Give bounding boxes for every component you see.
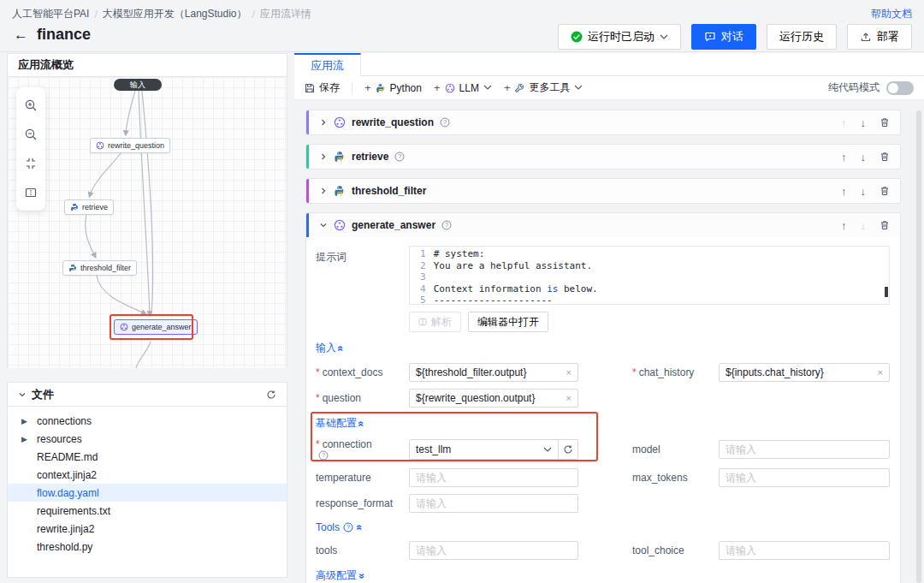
minimap-toggle-icon[interactable] bbox=[16, 178, 45, 207]
chevron-right-icon[interactable] bbox=[319, 187, 328, 195]
vertical-scrollbar[interactable] bbox=[916, 110, 921, 583]
flow-node-threshold-filter[interactable]: threshold_filter bbox=[62, 260, 137, 276]
section-advanced-header[interactable]: 高级配置« bbox=[316, 568, 890, 583]
flow-node-rewrite-question[interactable]: rewrite_question bbox=[90, 138, 170, 153]
move-down-icon[interactable]: ↓ bbox=[861, 151, 867, 164]
toggle-knob bbox=[888, 83, 898, 93]
question-circle-icon[interactable]: ? bbox=[440, 117, 450, 128]
tool-choice-input[interactable] bbox=[719, 541, 890, 560]
delete-icon[interactable] bbox=[880, 220, 890, 230]
python-icon bbox=[376, 83, 386, 93]
breadcrumb-item-langstudio[interactable]: 大模型应用开发（LangStudio） bbox=[103, 7, 247, 21]
save-button[interactable]: 保存 bbox=[305, 80, 340, 95]
zoom-in-icon[interactable] bbox=[16, 91, 45, 120]
context-docs-input[interactable]: ${threshold_filter.output} × bbox=[409, 363, 578, 382]
connection-refresh-button[interactable] bbox=[558, 440, 578, 459]
flow-node-label: rewrite_question bbox=[108, 141, 164, 150]
help-doc-link[interactable]: 帮助文档 bbox=[871, 7, 912, 21]
file-item-threshold-py[interactable]: threshold.py bbox=[8, 538, 287, 556]
section-inputs-header[interactable]: 输入« bbox=[316, 341, 890, 355]
add-python-label: Python bbox=[390, 82, 422, 94]
file-item-flow-dag-yaml[interactable]: flow.dag.yaml bbox=[8, 484, 287, 502]
back-arrow-icon[interactable]: ← bbox=[14, 27, 28, 42]
add-more-tools-button[interactable]: + 更多工具 bbox=[504, 80, 583, 95]
delete-icon[interactable] bbox=[880, 152, 890, 162]
tools-input[interactable] bbox=[409, 541, 578, 560]
file-item-rewrite-jinja2[interactable]: rewrite.jinja2 bbox=[8, 520, 287, 538]
file-item-requirements[interactable]: requirements.txt bbox=[8, 502, 287, 520]
question-input[interactable]: ${rewrite_question.output} × bbox=[409, 389, 578, 408]
chevron-right-icon[interactable] bbox=[319, 152, 328, 161]
field-label-chat-history: *chat_history bbox=[632, 366, 719, 378]
model-input[interactable] bbox=[719, 440, 890, 459]
delete-icon[interactable] bbox=[880, 117, 890, 128]
delete-icon[interactable] bbox=[880, 186, 890, 196]
chat-history-input[interactable]: ${inputs.chat_history} × bbox=[719, 363, 890, 382]
chat-bubble-icon bbox=[704, 31, 716, 43]
editor-scrollbar[interactable] bbox=[885, 287, 888, 297]
question-circle-icon[interactable]: ? bbox=[318, 450, 329, 461]
save-icon bbox=[305, 83, 315, 93]
overview-panel-title: 应用流概览 bbox=[8, 54, 287, 77]
card-header-threshold-filter[interactable]: threshold_filter ↑ ↓ bbox=[306, 179, 900, 203]
clear-icon[interactable]: × bbox=[878, 367, 883, 378]
flow-node-retrieve[interactable]: retrieve bbox=[64, 199, 114, 215]
parse-button[interactable]: 解析 bbox=[409, 312, 461, 332]
caret-right-icon[interactable]: ▶ bbox=[21, 435, 27, 443]
file-item-connections[interactable]: ▶connections bbox=[8, 412, 287, 430]
move-up-icon[interactable]: ↑ bbox=[841, 185, 847, 198]
flow-node-input[interactable]: 输入 bbox=[114, 79, 162, 91]
temperature-input[interactable] bbox=[409, 468, 578, 487]
field-label-question: *question bbox=[316, 392, 409, 404]
clear-icon[interactable]: × bbox=[566, 393, 572, 403]
runtime-status-label: 运行时已启动 bbox=[588, 29, 654, 45]
card-header-generate-answer[interactable]: generate_answer ? ↑ ↓ bbox=[306, 213, 900, 237]
flow-node-generate-answer[interactable]: generate_answer bbox=[114, 319, 198, 335]
zoom-out-icon[interactable] bbox=[16, 120, 45, 149]
open-in-editor-button[interactable]: 编辑器中打开 bbox=[468, 312, 548, 332]
card-header-retrieve[interactable]: retrieve ? ↑ ↓ bbox=[306, 145, 900, 169]
refresh-icon[interactable] bbox=[266, 390, 276, 400]
response-format-input[interactable] bbox=[409, 494, 578, 513]
chevron-right-icon[interactable] bbox=[319, 118, 328, 127]
field-label-context-docs: *context_docs bbox=[316, 366, 409, 378]
add-llm-button[interactable]: + LLM bbox=[434, 81, 492, 94]
deploy-button[interactable]: 部署 bbox=[847, 24, 912, 50]
file-item-label: connections bbox=[37, 415, 92, 427]
question-circle-icon[interactable]: ? bbox=[441, 220, 452, 230]
pure-code-mode-toggle[interactable] bbox=[886, 81, 914, 95]
chevron-down-icon[interactable] bbox=[319, 221, 328, 229]
chevron-down-icon[interactable] bbox=[18, 390, 27, 399]
prompt-code-editor[interactable]: 1# system: 2You are a helpful assistant.… bbox=[409, 246, 890, 305]
move-down-icon[interactable]: ↓ bbox=[861, 116, 867, 129]
caret-right-icon[interactable]: ▶ bbox=[21, 417, 27, 425]
tab-flow[interactable]: 应用流 bbox=[294, 53, 361, 76]
add-python-button[interactable]: + Python bbox=[364, 81, 422, 94]
move-up-icon[interactable]: ↑ bbox=[841, 219, 847, 232]
connection-select[interactable]: test_llm bbox=[410, 440, 558, 459]
question-circle-icon[interactable]: ? bbox=[394, 152, 405, 162]
runtime-status-button[interactable]: 运行时已启动 bbox=[558, 24, 681, 50]
section-tools-header[interactable]: Tools ? « bbox=[316, 521, 890, 533]
top-bar: 人工智能平台PAI / 大模型应用开发（LangStudio） / 应用流详情 … bbox=[0, 0, 924, 52]
flow-canvas[interactable]: 输入 rewrite_question retrieve threshold_f… bbox=[8, 77, 287, 368]
section-basic-config-header[interactable]: 基础配置« bbox=[316, 416, 890, 431]
fit-view-icon[interactable] bbox=[16, 149, 45, 178]
breadcrumb-item-pai[interactable]: 人工智能平台PAI bbox=[12, 7, 89, 21]
card-header-rewrite-question[interactable]: rewrite_question ? ↑ ↓ bbox=[306, 110, 900, 134]
file-item-resources[interactable]: ▶resources bbox=[8, 430, 287, 448]
file-item-context-jinja2[interactable]: context.jinja2 bbox=[8, 466, 287, 484]
run-history-button[interactable]: 运行历史 bbox=[767, 24, 837, 50]
add-llm-label: LLM bbox=[459, 82, 479, 94]
section-title: Tools bbox=[316, 521, 340, 533]
max-tokens-input[interactable] bbox=[719, 468, 890, 487]
section-title: 高级配置 bbox=[316, 568, 357, 583]
clear-icon[interactable]: × bbox=[566, 367, 572, 378]
prompt-label: 提示词 bbox=[316, 246, 409, 305]
move-up-icon[interactable]: ↑ bbox=[841, 151, 847, 164]
move-down-icon[interactable]: ↓ bbox=[861, 185, 867, 198]
chat-button[interactable]: 对话 bbox=[691, 24, 756, 50]
file-item-readme[interactable]: README.md bbox=[8, 448, 287, 466]
llm-icon bbox=[96, 141, 104, 150]
question-circle-icon[interactable]: ? bbox=[343, 522, 353, 532]
